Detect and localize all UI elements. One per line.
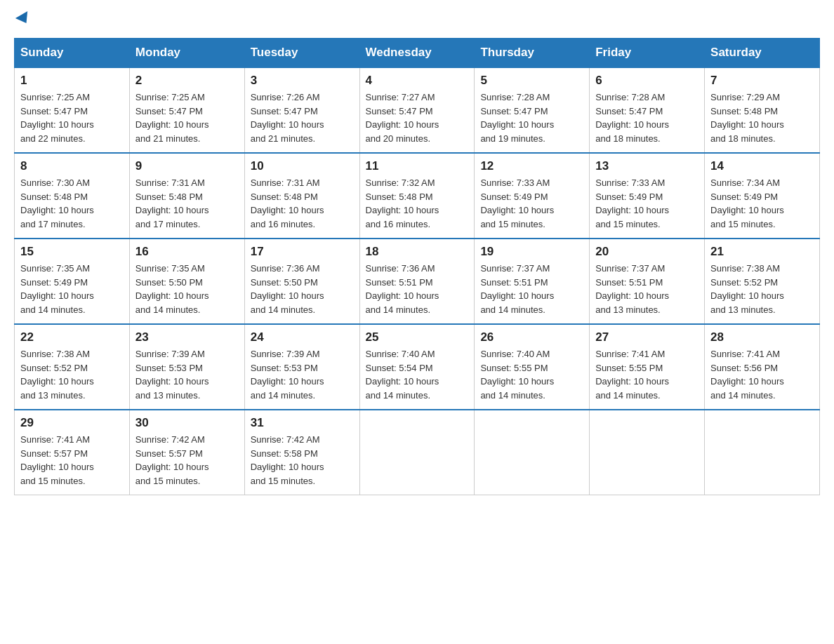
logo bbox=[14, 14, 31, 24]
week-row-5: 29 Sunrise: 7:41 AM Sunset: 5:57 PM Dayl… bbox=[15, 410, 820, 495]
calendar-cell: 11 Sunrise: 7:32 AM Sunset: 5:48 PM Dayl… bbox=[359, 153, 475, 239]
calendar-cell: 15 Sunrise: 7:35 AM Sunset: 5:49 PM Dayl… bbox=[15, 239, 130, 324]
day-info: Sunrise: 7:27 AM Sunset: 5:47 PM Dayligh… bbox=[366, 90, 469, 145]
calendar-cell bbox=[705, 410, 820, 495]
column-header-wednesday: Wednesday bbox=[359, 39, 475, 68]
calendar-table: SundayMondayTuesdayWednesdayThursdayFrid… bbox=[14, 38, 820, 495]
calendar-body: 1 Sunrise: 7:25 AM Sunset: 5:47 PM Dayli… bbox=[15, 67, 820, 495]
day-info: Sunrise: 7:41 AM Sunset: 5:55 PM Dayligh… bbox=[595, 347, 699, 402]
day-number: 23 bbox=[135, 330, 239, 344]
day-info: Sunrise: 7:42 AM Sunset: 5:58 PM Dayligh… bbox=[251, 433, 354, 488]
calendar-cell: 19 Sunrise: 7:37 AM Sunset: 5:51 PM Dayl… bbox=[475, 239, 590, 324]
calendar-cell: 22 Sunrise: 7:38 AM Sunset: 5:52 PM Dayl… bbox=[15, 324, 130, 410]
calendar-cell: 28 Sunrise: 7:41 AM Sunset: 5:56 PM Dayl… bbox=[705, 324, 820, 410]
day-number: 12 bbox=[480, 159, 583, 173]
day-info: Sunrise: 7:36 AM Sunset: 5:50 PM Dayligh… bbox=[251, 262, 354, 316]
calendar-cell: 31 Sunrise: 7:42 AM Sunset: 5:58 PM Dayl… bbox=[244, 410, 359, 495]
day-info: Sunrise: 7:30 AM Sunset: 5:48 PM Dayligh… bbox=[20, 176, 124, 231]
day-info: Sunrise: 7:40 AM Sunset: 5:54 PM Dayligh… bbox=[366, 347, 469, 402]
day-number: 19 bbox=[480, 245, 583, 259]
day-number: 3 bbox=[251, 74, 354, 88]
day-info: Sunrise: 7:41 AM Sunset: 5:56 PM Dayligh… bbox=[710, 347, 814, 402]
day-info: Sunrise: 7:26 AM Sunset: 5:47 PM Dayligh… bbox=[251, 90, 354, 145]
day-info: Sunrise: 7:41 AM Sunset: 5:57 PM Dayligh… bbox=[20, 433, 124, 488]
day-info: Sunrise: 7:33 AM Sunset: 5:49 PM Dayligh… bbox=[480, 176, 583, 231]
week-row-3: 15 Sunrise: 7:35 AM Sunset: 5:49 PM Dayl… bbox=[15, 239, 820, 324]
day-number: 26 bbox=[480, 330, 583, 344]
day-number: 21 bbox=[710, 245, 814, 259]
day-info: Sunrise: 7:38 AM Sunset: 5:52 PM Dayligh… bbox=[710, 262, 814, 316]
calendar-cell: 3 Sunrise: 7:26 AM Sunset: 5:47 PM Dayli… bbox=[244, 67, 359, 153]
calendar-cell bbox=[590, 410, 705, 495]
day-info: Sunrise: 7:39 AM Sunset: 5:53 PM Dayligh… bbox=[251, 347, 354, 402]
day-number: 27 bbox=[595, 330, 699, 344]
calendar-header: SundayMondayTuesdayWednesdayThursdayFrid… bbox=[15, 39, 820, 68]
calendar-cell: 25 Sunrise: 7:40 AM Sunset: 5:54 PM Dayl… bbox=[359, 324, 475, 410]
calendar-cell: 23 Sunrise: 7:39 AM Sunset: 5:53 PM Dayl… bbox=[129, 324, 244, 410]
calendar-cell: 27 Sunrise: 7:41 AM Sunset: 5:55 PM Dayl… bbox=[590, 324, 705, 410]
calendar-cell: 10 Sunrise: 7:31 AM Sunset: 5:48 PM Dayl… bbox=[244, 153, 359, 239]
day-number: 13 bbox=[595, 159, 699, 173]
day-info: Sunrise: 7:28 AM Sunset: 5:47 PM Dayligh… bbox=[480, 90, 583, 145]
calendar-cell: 17 Sunrise: 7:36 AM Sunset: 5:50 PM Dayl… bbox=[244, 239, 359, 324]
day-info: Sunrise: 7:39 AM Sunset: 5:53 PM Dayligh… bbox=[135, 347, 239, 402]
column-header-friday: Friday bbox=[590, 39, 705, 68]
day-number: 11 bbox=[366, 159, 469, 173]
calendar-cell: 9 Sunrise: 7:31 AM Sunset: 5:48 PM Dayli… bbox=[129, 153, 244, 239]
day-number: 10 bbox=[251, 159, 354, 173]
day-info: Sunrise: 7:28 AM Sunset: 5:47 PM Dayligh… bbox=[595, 90, 699, 145]
day-number: 17 bbox=[251, 245, 354, 259]
column-header-tuesday: Tuesday bbox=[244, 39, 359, 68]
calendar-cell: 13 Sunrise: 7:33 AM Sunset: 5:49 PM Dayl… bbox=[590, 153, 705, 239]
page-header bbox=[14, 14, 820, 24]
day-info: Sunrise: 7:37 AM Sunset: 5:51 PM Dayligh… bbox=[595, 262, 699, 316]
calendar-cell: 26 Sunrise: 7:40 AM Sunset: 5:55 PM Dayl… bbox=[475, 324, 590, 410]
calendar-cell: 20 Sunrise: 7:37 AM Sunset: 5:51 PM Dayl… bbox=[590, 239, 705, 324]
calendar-cell: 4 Sunrise: 7:27 AM Sunset: 5:47 PM Dayli… bbox=[359, 67, 475, 153]
day-info: Sunrise: 7:42 AM Sunset: 5:57 PM Dayligh… bbox=[135, 433, 239, 488]
day-number: 8 bbox=[20, 159, 124, 173]
calendar-cell: 14 Sunrise: 7:34 AM Sunset: 5:49 PM Dayl… bbox=[705, 153, 820, 239]
week-row-1: 1 Sunrise: 7:25 AM Sunset: 5:47 PM Dayli… bbox=[15, 67, 820, 153]
column-header-sunday: Sunday bbox=[15, 39, 130, 68]
day-number: 15 bbox=[20, 245, 124, 259]
day-info: Sunrise: 7:31 AM Sunset: 5:48 PM Dayligh… bbox=[251, 176, 354, 231]
calendar-cell: 6 Sunrise: 7:28 AM Sunset: 5:47 PM Dayli… bbox=[590, 67, 705, 153]
calendar-cell: 30 Sunrise: 7:42 AM Sunset: 5:57 PM Dayl… bbox=[129, 410, 244, 495]
day-info: Sunrise: 7:25 AM Sunset: 5:47 PM Dayligh… bbox=[20, 90, 124, 145]
calendar-cell: 5 Sunrise: 7:28 AM Sunset: 5:47 PM Dayli… bbox=[475, 67, 590, 153]
calendar-cell: 1 Sunrise: 7:25 AM Sunset: 5:47 PM Dayli… bbox=[15, 67, 130, 153]
day-number: 7 bbox=[710, 74, 814, 88]
day-number: 29 bbox=[20, 416, 124, 430]
calendar-cell: 2 Sunrise: 7:25 AM Sunset: 5:47 PM Dayli… bbox=[129, 67, 244, 153]
week-row-4: 22 Sunrise: 7:38 AM Sunset: 5:52 PM Dayl… bbox=[15, 324, 820, 410]
calendar-cell: 16 Sunrise: 7:35 AM Sunset: 5:50 PM Dayl… bbox=[129, 239, 244, 324]
day-info: Sunrise: 7:35 AM Sunset: 5:49 PM Dayligh… bbox=[20, 262, 124, 316]
calendar-cell: 7 Sunrise: 7:29 AM Sunset: 5:48 PM Dayli… bbox=[705, 67, 820, 153]
day-info: Sunrise: 7:33 AM Sunset: 5:49 PM Dayligh… bbox=[595, 176, 699, 231]
header-row: SundayMondayTuesdayWednesdayThursdayFrid… bbox=[15, 39, 820, 68]
day-info: Sunrise: 7:40 AM Sunset: 5:55 PM Dayligh… bbox=[480, 347, 583, 402]
day-number: 6 bbox=[595, 74, 699, 88]
day-info: Sunrise: 7:32 AM Sunset: 5:48 PM Dayligh… bbox=[366, 176, 469, 231]
calendar-cell: 18 Sunrise: 7:36 AM Sunset: 5:51 PM Dayl… bbox=[359, 239, 475, 324]
day-info: Sunrise: 7:36 AM Sunset: 5:51 PM Dayligh… bbox=[366, 262, 469, 316]
day-number: 16 bbox=[135, 245, 239, 259]
logo-arrow-icon bbox=[15, 11, 32, 27]
day-info: Sunrise: 7:25 AM Sunset: 5:47 PM Dayligh… bbox=[135, 90, 239, 145]
calendar-cell: 12 Sunrise: 7:33 AM Sunset: 5:49 PM Dayl… bbox=[475, 153, 590, 239]
column-header-saturday: Saturday bbox=[705, 39, 820, 68]
day-number: 2 bbox=[135, 74, 239, 88]
calendar-cell bbox=[359, 410, 475, 495]
day-number: 4 bbox=[366, 74, 469, 88]
calendar-cell: 24 Sunrise: 7:39 AM Sunset: 5:53 PM Dayl… bbox=[244, 324, 359, 410]
calendar-cell: 8 Sunrise: 7:30 AM Sunset: 5:48 PM Dayli… bbox=[15, 153, 130, 239]
day-info: Sunrise: 7:35 AM Sunset: 5:50 PM Dayligh… bbox=[135, 262, 239, 316]
day-number: 14 bbox=[710, 159, 814, 173]
day-info: Sunrise: 7:29 AM Sunset: 5:48 PM Dayligh… bbox=[710, 90, 814, 145]
calendar-cell: 29 Sunrise: 7:41 AM Sunset: 5:57 PM Dayl… bbox=[15, 410, 130, 495]
column-header-thursday: Thursday bbox=[475, 39, 590, 68]
day-number: 22 bbox=[20, 330, 124, 344]
day-info: Sunrise: 7:34 AM Sunset: 5:49 PM Dayligh… bbox=[710, 176, 814, 231]
day-number: 24 bbox=[251, 330, 354, 344]
